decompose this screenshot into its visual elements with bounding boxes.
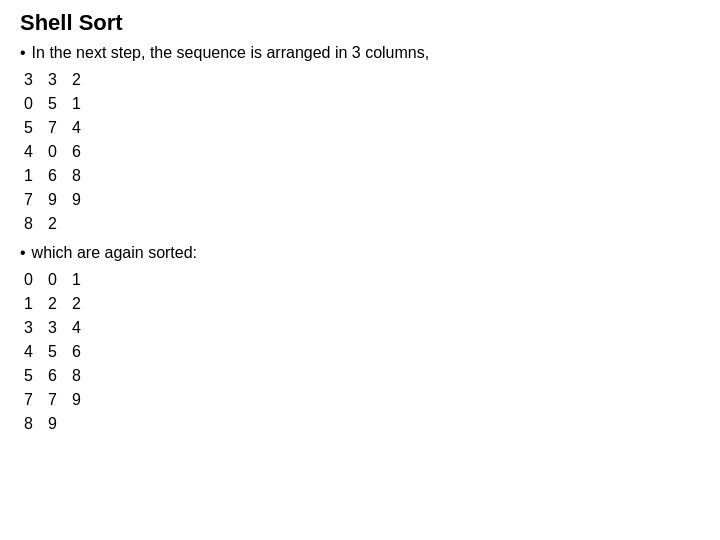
- table-cell: 5: [48, 92, 62, 116]
- table-cell: [72, 212, 86, 236]
- table-cell: 4: [24, 140, 38, 164]
- section1-text: In the next step, the sequence is arrang…: [32, 44, 430, 62]
- table-cell: 5: [24, 364, 38, 388]
- table-cell: 4: [72, 316, 86, 340]
- table-cell: 3: [24, 316, 38, 340]
- table-cell: 2: [48, 292, 62, 316]
- table-cell: 9: [48, 188, 62, 212]
- table-cell: 3: [24, 68, 38, 92]
- table-row: 779: [24, 388, 700, 412]
- table-cell: 4: [24, 340, 38, 364]
- table-cell: 2: [72, 292, 86, 316]
- table-cell: 1: [24, 164, 38, 188]
- table-cell: 6: [72, 140, 86, 164]
- section1-bullet: • In the next step, the sequence is arra…: [20, 44, 700, 62]
- table-row: 122: [24, 292, 700, 316]
- grid2: 00112233445656877989: [24, 268, 700, 436]
- table-cell: 8: [72, 164, 86, 188]
- table-cell: 1: [72, 92, 86, 116]
- table-cell: 0: [48, 140, 62, 164]
- table-cell: 0: [48, 268, 62, 292]
- table-row: 799: [24, 188, 700, 212]
- table-cell: 5: [48, 340, 62, 364]
- bullet-icon-1: •: [20, 44, 26, 62]
- table-row: 456: [24, 340, 700, 364]
- table-cell: 7: [24, 388, 38, 412]
- table-row: 82: [24, 212, 700, 236]
- grid1: 33205157440616879982: [24, 68, 700, 236]
- table-cell: 7: [48, 116, 62, 140]
- table-cell: 9: [48, 412, 62, 436]
- table-cell: 9: [72, 388, 86, 412]
- table-cell: 7: [24, 188, 38, 212]
- table-row: 168: [24, 164, 700, 188]
- table-cell: 9: [72, 188, 86, 212]
- table-cell: 8: [72, 364, 86, 388]
- section2-text: which are again sorted:: [32, 244, 197, 262]
- table-row: 568: [24, 364, 700, 388]
- table-cell: 6: [48, 164, 62, 188]
- table-cell: 5: [24, 116, 38, 140]
- table-cell: 1: [72, 268, 86, 292]
- table-row: 051: [24, 92, 700, 116]
- page-title: Shell Sort: [20, 10, 700, 36]
- table-cell: 3: [48, 316, 62, 340]
- table-cell: [72, 412, 86, 436]
- table-cell: 4: [72, 116, 86, 140]
- table-row: 334: [24, 316, 700, 340]
- table-row: 574: [24, 116, 700, 140]
- table-cell: 3: [48, 68, 62, 92]
- table-cell: 8: [24, 412, 38, 436]
- table-cell: 2: [48, 212, 62, 236]
- table-row: 001: [24, 268, 700, 292]
- table-cell: 0: [24, 92, 38, 116]
- section2-bullet: • which are again sorted:: [20, 244, 700, 262]
- table-row: 332: [24, 68, 700, 92]
- bullet-icon-2: •: [20, 244, 26, 262]
- table-row: 89: [24, 412, 700, 436]
- table-cell: 7: [48, 388, 62, 412]
- table-cell: 2: [72, 68, 86, 92]
- table-cell: 6: [72, 340, 86, 364]
- table-row: 406: [24, 140, 700, 164]
- table-cell: 1: [24, 292, 38, 316]
- table-cell: 8: [24, 212, 38, 236]
- table-cell: 6: [48, 364, 62, 388]
- table-cell: 0: [24, 268, 38, 292]
